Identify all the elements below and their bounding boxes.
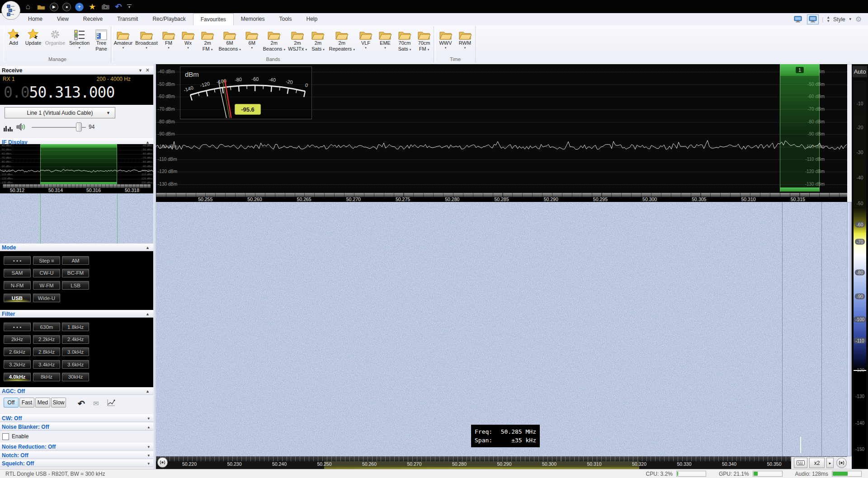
span-left-button[interactable]	[157, 457, 168, 468]
span-right-button[interactable]	[836, 458, 847, 468]
camera-icon[interactable]	[101, 2, 110, 11]
spectrum-frequency-axis[interactable]: 50.25550.26050.26550.27050.27550.28050.2…	[156, 193, 847, 202]
mode-panel-header[interactable]: Mode ▲	[0, 244, 153, 251]
filter-button-3-2khz[interactable]: 3.2kHz	[4, 360, 31, 369]
dsp-header-squelch-off[interactable]: Squelch: Off▾	[0, 459, 153, 467]
speaker-icon[interactable]	[16, 122, 26, 133]
palette-scale[interactable]: -10-20-30-40-50-60-70-80-90-100-110-120-…	[854, 80, 866, 468]
ribbon-item-6m-beacons[interactable]: 6MBeacons ▾	[217, 28, 242, 52]
mode-button-wide-u[interactable]: Wide-U	[33, 294, 60, 302]
ribbon-item-70cm-fm[interactable]: 70cmFM ▾	[415, 28, 434, 52]
if-spectrum[interactable]: -40 dBm-40 dBm-50 dBm-50 dBm-60 dBm-60 d…	[0, 144, 153, 184]
agc-button-slow[interactable]: Slow	[51, 398, 66, 408]
agc-button-off[interactable]: Off	[4, 398, 19, 408]
filter-button-2-2khz[interactable]: 2.2kHz	[33, 335, 60, 344]
filter-button-3-0khz[interactable]: 3.0kHz	[62, 347, 89, 356]
filter-button-2-6khz[interactable]: 2.6kHz	[4, 347, 31, 356]
ribbon-item-amateur[interactable]: Amateur▾	[113, 28, 134, 50]
filter-button-3-4khz[interactable]: 3.4kHz	[33, 360, 60, 369]
mode-button-step[interactable]: Step ≡	[33, 256, 60, 265]
style-label[interactable]: Style	[833, 16, 845, 23]
stop-icon[interactable]: ■	[62, 3, 71, 11]
collapse-icon[interactable]: ▾	[147, 461, 150, 466]
ribbon-item-tree-pane[interactable]: TreePane	[92, 28, 111, 52]
single-display-icon[interactable]	[792, 14, 804, 24]
collapse-icon[interactable]: ▲	[146, 140, 150, 145]
waterfall-scrollbar[interactable]	[847, 202, 852, 456]
filter-button-630m[interactable]: 630m	[33, 323, 60, 331]
ribbon-item-2m-repeaters[interactable]: 2mRepeaters ▾	[328, 28, 356, 52]
tab-transmit[interactable]: Transmit	[110, 13, 145, 25]
filter-button-4-0khz[interactable]: 4.0kHz	[4, 373, 31, 381]
ribbon-item-fm[interactable]: FM▾	[159, 28, 178, 50]
filter-button-2khz[interactable]: 2kHz	[4, 335, 31, 344]
mode-button-cw-u[interactable]: CW-U	[33, 269, 60, 277]
collapse-icon[interactable]: ▾	[147, 453, 150, 458]
collapse-icon[interactable]: ▲	[146, 245, 150, 250]
tab-rec-playback[interactable]: Rec/Playback	[145, 13, 193, 25]
if-waterfall[interactable]	[0, 193, 153, 244]
open-folder-icon[interactable]	[37, 2, 46, 11]
tab-favourites[interactable]: Favourites	[193, 13, 234, 25]
tab-receive[interactable]: Receive	[76, 13, 110, 25]
agc-button-med[interactable]: Med	[35, 398, 50, 408]
collapse-icon[interactable]: ▲	[146, 389, 150, 394]
filter-button-2-8khz[interactable]: 2.8kHz	[33, 347, 60, 356]
collapse-icon[interactable]: ▲	[146, 312, 150, 316]
ribbon-item-add[interactable]: Add	[4, 28, 23, 46]
zoom-x2-button[interactable]: x2	[809, 458, 825, 468]
add-circle-icon[interactable]: +	[75, 3, 84, 11]
collapse-icon[interactable]: ▾	[147, 445, 150, 449]
collapse-icon[interactable]: ▴	[147, 425, 150, 429]
ribbon-item-eme[interactable]: EME▾	[376, 28, 395, 50]
spin-updown-icon[interactable]: ▲▼	[826, 16, 830, 23]
mode-button-w-fm[interactable]: W-FM	[33, 281, 60, 290]
waterfall-display[interactable]	[156, 202, 847, 456]
dsp-header-noise-reduction-off[interactable]: Noise Reduction: Off▾	[0, 443, 153, 450]
ribbon-item-2m-wsjtx[interactable]: 2mWSJTx ▾	[287, 28, 308, 52]
ribbon-item-rwm[interactable]: RWM▾	[456, 28, 475, 50]
dual-display-icon[interactable]	[807, 14, 819, 24]
dsp-header-noise-blanker-off[interactable]: Noise Blanker: Off▴	[0, 423, 153, 431]
tab-help[interactable]: Help	[299, 13, 325, 25]
ribbon-item-2m-beacons[interactable]: 2mBeacons ▾	[262, 28, 286, 52]
close-icon[interactable]: ✕	[146, 67, 150, 73]
ribbon-item-broadcast[interactable]: Broadcast▾	[134, 28, 159, 50]
filter-button-2-4khz[interactable]: 2.4kHz	[62, 335, 89, 344]
filter-button-1-8khz[interactable]: 1.8kHz	[62, 323, 89, 331]
palette-marker-line[interactable]	[854, 370, 866, 371]
filter-button-30khz[interactable]: 30kHz	[62, 373, 89, 381]
mode-button-usb[interactable]: USB	[4, 294, 31, 302]
ribbon-item-2m-sats[interactable]: 2mSats ▾	[308, 28, 327, 52]
settings-gear-icon[interactable]: ⚙	[855, 15, 862, 23]
mode-button-bc-fm[interactable]: BC-FM	[62, 269, 89, 277]
waterfall-frequency-axis[interactable]: 50.22050.23050.24050.25050.26050.27050.2…	[156, 456, 847, 469]
filter-button-3-6khz[interactable]: 3.6kHz	[62, 360, 89, 369]
volume-slider-handle[interactable]	[76, 122, 82, 131]
audio-device-dropdown[interactable]: Line 1 (Virtual Audio Cable) ▼	[5, 107, 115, 118]
collapse-icon[interactable]: ▾	[147, 416, 150, 421]
filter-button-8khz[interactable]: 8kHz	[33, 373, 60, 381]
ribbon-item-selection[interactable]: Selection▾	[67, 28, 91, 50]
agc-graph-icon[interactable]	[107, 398, 116, 408]
keyboard-entry-button[interactable]	[794, 458, 807, 468]
zoom-step-button[interactable]: ▸	[826, 458, 834, 468]
dsp-header-cw-off[interactable]: CW: Off▾	[0, 414, 153, 422]
tab-memories[interactable]: Memories	[234, 13, 272, 25]
tab-home[interactable]: Home	[21, 13, 50, 25]
frequency-display[interactable]: RX 1 200 - 4000 Hz 0.050.313.000	[0, 75, 153, 105]
tab-view[interactable]: View	[50, 13, 76, 25]
enable-checkbox[interactable]	[2, 433, 9, 440]
filter-button-[interactable]: • • •	[4, 323, 31, 331]
dsp-header-notch-off[interactable]: Notch: Off▾	[0, 451, 153, 459]
palette-auto-button[interactable]: Auto	[853, 66, 867, 77]
ribbon-item-2m-fm[interactable]: 2mFM ▾	[198, 28, 217, 52]
play-icon[interactable]: ▶	[50, 3, 58, 11]
ribbon-item-70cm-sats[interactable]: 70cmSats ▾	[395, 28, 414, 52]
ribbon-item-wx[interactable]: Wx▾	[179, 28, 198, 50]
mode-button-lsb[interactable]: LSB	[62, 281, 89, 290]
mode-button-am[interactable]: AM	[62, 256, 89, 265]
collapse-icon[interactable]: ▼	[138, 68, 142, 73]
equalizer-icon[interactable]	[4, 123, 13, 133]
undo-icon[interactable]: ↶	[114, 2, 123, 11]
